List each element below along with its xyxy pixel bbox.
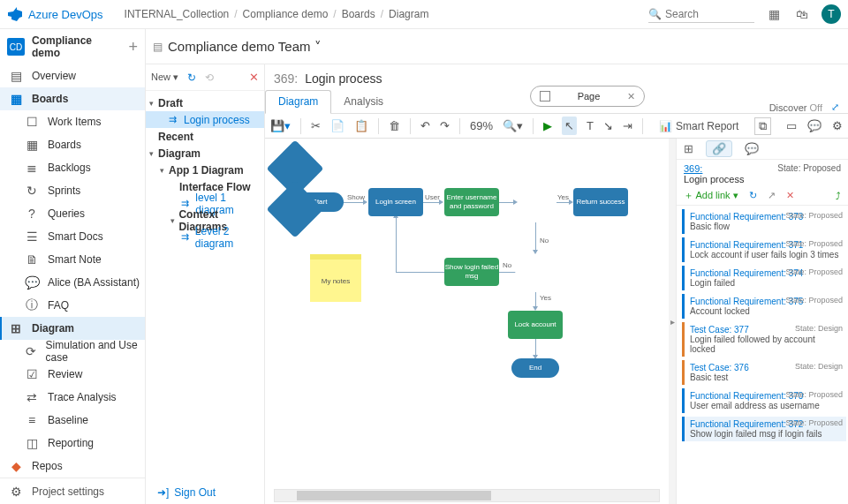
- zoom-dropdown[interactable]: 🔍▾: [503, 119, 523, 132]
- nav-sprints[interactable]: ↻Sprints: [0, 179, 145, 202]
- diagram-canvas[interactable]: Show User Yes No No: [265, 139, 669, 504]
- faq-icon: ⓘ: [25, 298, 39, 312]
- nav-backlogs[interactable]: ≣Backlogs: [0, 156, 145, 179]
- nav-faq[interactable]: ⓘFAQ: [0, 294, 145, 317]
- nav-boards-sub[interactable]: ▦Boards: [0, 133, 145, 156]
- sign-out-link[interactable]: ➜] Sign Out: [157, 486, 216, 499]
- team-scope[interactable]: Compliance demo Team ˅: [168, 39, 322, 55]
- nav-review[interactable]: ☑Review: [0, 363, 145, 386]
- undo-button[interactable]: ↶: [420, 119, 430, 132]
- copy-frame-button[interactable]: ⧉: [754, 117, 771, 135]
- delete-link-icon[interactable]: ✕: [786, 190, 794, 201]
- nav-boards[interactable]: ▦Boards: [0, 87, 145, 110]
- nav-repos[interactable]: ◆Repos: [0, 455, 145, 478]
- tab-diagram[interactable]: Diagram: [265, 90, 331, 114]
- copy-button[interactable]: 📄: [330, 119, 344, 132]
- refresh-links-icon[interactable]: ↻: [749, 190, 757, 201]
- nav-alice[interactable]: 💬Alice (BA Assistant): [0, 271, 145, 294]
- nav-smart-note[interactable]: 🗎Smart Note: [0, 248, 145, 271]
- paste-button[interactable]: 📋: [354, 119, 368, 132]
- nav-diagram[interactable]: ⊞Diagram: [0, 317, 145, 340]
- align-tool[interactable]: ⇥: [623, 119, 632, 132]
- expand-icon[interactable]: ⤢: [831, 102, 839, 113]
- play-button[interactable]: ▶: [543, 119, 552, 132]
- nav-reporting[interactable]: ◫Reporting: [0, 432, 145, 455]
- shape-login-screen[interactable]: Login screen: [368, 188, 423, 216]
- add-link-button[interactable]: ＋ Add link ▾: [684, 189, 738, 202]
- tab-analysis[interactable]: Analysis: [331, 91, 396, 113]
- brand-label[interactable]: Azure DevOps: [28, 8, 103, 21]
- tree-app1[interactable]: ▾App 1 Diagram: [146, 162, 264, 178]
- new-button[interactable]: New ▾: [151, 71, 178, 83]
- shape-show-fail[interactable]: Show login failed msg: [444, 258, 499, 286]
- link-card[interactable]: State: Proposed Functional Requirement: …: [682, 237, 846, 262]
- tree-recent-group[interactable]: Recent: [146, 128, 264, 145]
- nav-baseline[interactable]: ≡Baseline: [0, 409, 145, 432]
- project-name[interactable]: Compliance demo: [32, 34, 121, 59]
- azure-devops-logo: [7, 6, 23, 22]
- nav-queries[interactable]: ?Queries: [0, 202, 145, 225]
- scope-icon: ▤: [153, 41, 163, 53]
- shape-return-success[interactable]: Return success: [573, 188, 628, 216]
- redo-button[interactable]: ↷: [440, 119, 450, 132]
- shape-end[interactable]: End: [511, 358, 559, 378]
- nav-simulation[interactable]: ⟳Simulation and Use case: [0, 340, 145, 363]
- nav-smart-docs[interactable]: ☰Smart Docs: [0, 225, 145, 248]
- save-button[interactable]: 💾▾: [270, 119, 291, 132]
- search-input[interactable]: [662, 6, 741, 22]
- crumb-page[interactable]: Diagram: [389, 8, 428, 20]
- shape-third-attempt[interactable]: [266, 180, 323, 237]
- user-avatar[interactable]: T: [822, 4, 841, 24]
- link-card[interactable]: State: Proposed Functional Requirement: …: [682, 388, 846, 413]
- discover-toggle[interactable]: Discover Off: [769, 102, 822, 113]
- page-close-button[interactable]: ✕: [627, 91, 635, 102]
- tree-login-process[interactable]: ⇉Login process: [146, 111, 264, 128]
- page-pill[interactable]: Page ✕: [530, 86, 645, 107]
- rpanel-tab-grid[interactable]: ⊞: [684, 142, 693, 155]
- card-view-icon[interactable]: ▭: [786, 119, 797, 132]
- link-card[interactable]: State: Proposed Functional Requirement: …: [682, 209, 846, 234]
- validate-link-icon[interactable]: ⤴: [836, 191, 841, 201]
- rpanel-tab-links[interactable]: 🔗: [706, 140, 732, 157]
- rpanel-id[interactable]: 369:: [684, 163, 702, 174]
- tree-level2[interactable]: ⇉Level 2 diagram: [146, 229, 264, 245]
- link-card[interactable]: State: Proposed Functional Requirement: …: [682, 417, 846, 441]
- crumb-project[interactable]: Compliance demo: [243, 8, 329, 20]
- link-card[interactable]: State: Proposed Functional Requirement: …: [682, 266, 846, 290]
- tree-draft-group[interactable]: ▾Draft: [146, 94, 264, 111]
- pointer-tool[interactable]: ↖: [562, 117, 577, 135]
- rpanel-tab-comments[interactable]: 💬: [745, 142, 759, 155]
- panel-collapse-handle[interactable]: ▸: [669, 139, 676, 504]
- comment-icon[interactable]: 💬: [807, 119, 822, 132]
- text-tool[interactable]: T: [587, 119, 594, 132]
- connector-tool[interactable]: ↘: [603, 119, 613, 132]
- cut-button[interactable]: ✂: [311, 119, 321, 132]
- close-tree-button[interactable]: ✕: [249, 71, 259, 84]
- link-card[interactable]: State: Design Test Case: 376 Basic test: [682, 360, 846, 385]
- edge-yes1: Yes: [557, 193, 569, 201]
- horizontal-scrollbar[interactable]: [274, 489, 660, 502]
- tree-diagram-group[interactable]: ▾Diagram: [146, 145, 264, 162]
- project-settings-link[interactable]: ⚙ Project settings: [0, 478, 145, 504]
- refresh-icon[interactable]: ↻: [187, 71, 196, 84]
- add-project-button[interactable]: +: [128, 38, 138, 56]
- open-link-icon[interactable]: ↗: [768, 190, 776, 201]
- link-card[interactable]: State: Proposed Functional Requirement: …: [682, 294, 846, 319]
- shopping-bag-icon[interactable]: 🛍: [793, 5, 811, 23]
- link-icon[interactable]: ⟲: [205, 71, 214, 84]
- crumb-collection[interactable]: INTERNAL_Collection: [125, 8, 230, 20]
- smart-report-button[interactable]: 📊 Smart Report: [653, 117, 745, 135]
- sticky-note[interactable]: My notes: [310, 254, 361, 302]
- link-card[interactable]: State: Design Test Case: 377 Login faile…: [682, 322, 846, 357]
- delete-button[interactable]: 🗑: [389, 119, 400, 132]
- nav-work-items[interactable]: ☐Work Items: [0, 110, 145, 133]
- shape-enter-creds[interactable]: Enter username and password: [444, 188, 499, 216]
- settings-gear-icon[interactable]: ⚙: [832, 119, 843, 132]
- zoom-level[interactable]: 69%: [470, 119, 493, 132]
- nav-trace[interactable]: ⇄Trace Analysis: [0, 386, 145, 409]
- crumb-area[interactable]: Boards: [342, 8, 375, 20]
- shape-lock-account[interactable]: Lock account: [508, 311, 563, 339]
- grid-view-icon[interactable]: ▦: [765, 5, 783, 23]
- nav-overview[interactable]: ▤Overview: [0, 64, 145, 87]
- search-box[interactable]: 🔍: [648, 6, 754, 23]
